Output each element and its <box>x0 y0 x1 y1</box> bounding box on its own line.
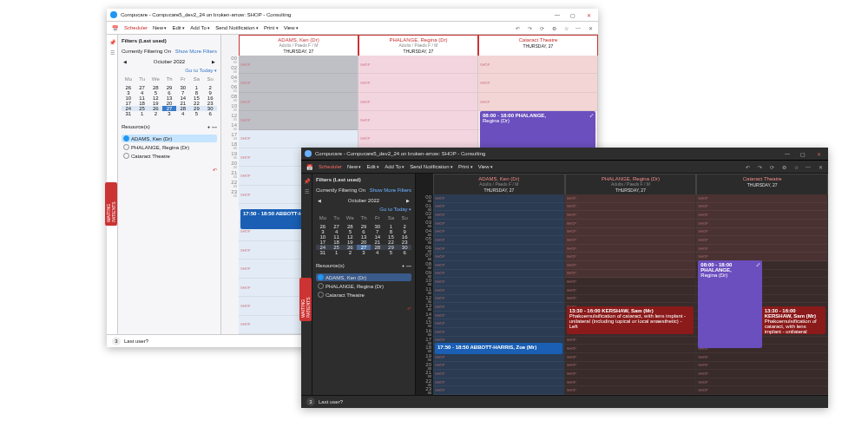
time-slot[interactable]: SHOP <box>239 56 358 74</box>
calendar-day[interactable]: 5 <box>190 111 204 116</box>
pin-icon[interactable]: ☆ <box>792 162 800 171</box>
menu-send-notification[interactable]: Send Notification <box>215 25 259 30</box>
resource-item[interactable]: PHALANGE, Regina (Dr) <box>122 143 217 151</box>
time-slot[interactable]: SHOP <box>565 337 696 345</box>
time-slot[interactable]: SHOP <box>696 211 827 220</box>
go-to-today-link[interactable]: Go to Today <box>185 68 217 73</box>
time-slot[interactable]: SHOP <box>433 312 564 320</box>
undo-icon[interactable]: ↶ <box>513 23 522 32</box>
expand-icon[interactable]: ⤢ <box>589 112 594 118</box>
time-slot[interactable]: SHOP <box>565 203 696 212</box>
menu-view[interactable]: View <box>284 25 299 30</box>
time-slot[interactable]: SHOP <box>696 370 827 378</box>
time-slot[interactable]: SHOP <box>433 228 564 237</box>
maximize-button[interactable]: ▢ <box>797 151 809 157</box>
time-slot[interactable]: SHOP <box>478 56 597 74</box>
time-slot[interactable]: SHOP <box>433 236 564 245</box>
menu-add-to[interactable]: Add To <box>385 164 404 169</box>
time-slot[interactable]: SHOP <box>696 245 827 253</box>
waiting-patients-tab[interactable]: WAITING PATIENTS <box>107 182 117 226</box>
time-slot[interactable]: SHOP <box>433 220 564 228</box>
appointment-abbott-harris[interactable]: 17:50 - 18:50 ABBOTT-HARRIS, Zoe (Mr) <box>435 343 562 354</box>
time-slot[interactable]: SHOP <box>696 220 827 228</box>
maximize-button[interactable]: ▢ <box>567 12 579 18</box>
time-slot[interactable]: SHOP <box>433 211 564 220</box>
rail-pin-icon[interactable]: 📌 <box>108 38 115 45</box>
time-slot[interactable]: SHOP <box>565 353 696 362</box>
menu-new[interactable]: New <box>347 164 361 169</box>
undo-icon[interactable]: ↶ <box>743 162 752 171</box>
time-slot[interactable]: SHOP <box>358 130 477 148</box>
time-slot[interactable]: SHOP <box>358 111 477 129</box>
menu-new[interactable]: New <box>153 25 167 30</box>
rail-filter-icon[interactable]: ☰ <box>108 49 115 56</box>
calendar-day[interactable]: 2 <box>148 111 162 116</box>
side-tab-strip[interactable]: WAITING PATIENTS <box>107 182 115 226</box>
menu-scheduler[interactable]: Scheduler <box>319 164 342 169</box>
calendar-day[interactable]: 4 <box>176 111 190 116</box>
appointment-kershaw-1[interactable]: 13:30 - 16:00 KERSHAW, Sam (Mr) Phakoemu… <box>567 306 694 334</box>
side-tab-strip[interactable]: WAITING PATIENTS <box>301 278 310 321</box>
time-slot[interactable]: SHOP <box>696 228 827 237</box>
time-slot[interactable]: SHOP <box>433 295 564 304</box>
menu-add-to[interactable]: Add To <box>190 25 210 30</box>
resource-item[interactable]: Cataract Theatre <box>122 152 217 160</box>
time-slot[interactable]: SHOP <box>696 236 827 245</box>
redo-icon[interactable]: ↷ <box>525 23 534 32</box>
column-header-3[interactable]: Cataract TheatreTHURSDAY, 27 <box>696 174 828 194</box>
column-header-3[interactable]: Cataract TheatreTHURSDAY, 27 <box>478 35 598 56</box>
time-slot[interactable]: SHOP <box>565 253 696 261</box>
lane-2[interactable]: SHOPSHOPSHOPSHOPSHOPSHOPSHOPSHOPSHOPSHOP… <box>565 194 697 395</box>
time-slot[interactable]: SHOP <box>433 261 564 270</box>
column-header-2[interactable]: PHALANGE, Regina (Dr)Adults / Paeds F / … <box>358 35 478 56</box>
scheduler-icon[interactable]: 📅 <box>305 162 313 171</box>
resource-item[interactable]: ADAMS, Ken (Dr) <box>316 273 411 281</box>
time-slot[interactable]: SHOP <box>433 253 564 261</box>
resource-item[interactable]: ADAMS, Ken (Dr) <box>122 135 217 142</box>
resource-item[interactable]: Cataract Theatre <box>316 291 411 299</box>
time-slot[interactable]: SHOP <box>696 194 827 203</box>
time-slot[interactable]: SHOP <box>696 362 827 371</box>
refresh-icon[interactable]: ⟳ <box>537 23 546 32</box>
status-badge[interactable]: 3 <box>112 337 121 345</box>
minimize-to-tray-icon[interactable]: — <box>574 23 582 32</box>
time-slot[interactable]: SHOP <box>565 345 696 353</box>
schedule-grid[interactable]: 0030013002300330043005300630073008300930… <box>416 194 828 395</box>
time-slot[interactable]: SHOP <box>433 286 564 295</box>
redo-icon[interactable]: ↷ <box>755 162 764 171</box>
time-slot[interactable]: SHOP <box>433 328 564 337</box>
time-slot[interactable]: SHOP <box>239 130 358 148</box>
time-slot[interactable]: SHOP <box>478 74 597 92</box>
time-slot[interactable]: SHOP <box>565 295 696 304</box>
menu-scheduler[interactable]: Scheduler <box>124 25 148 30</box>
time-slot[interactable]: SHOP <box>565 286 696 295</box>
go-to-today-link[interactable]: Go to Today <box>379 207 411 212</box>
menu-view[interactable]: View <box>478 164 493 169</box>
sidebar-undo-button[interactable]: ↶ <box>316 306 411 312</box>
time-slot[interactable]: SHOP <box>565 278 696 286</box>
minimize-button[interactable]: — <box>551 12 563 17</box>
time-slot[interactable]: SHOP <box>433 194 564 203</box>
settings-icon[interactable]: ⚙ <box>549 23 558 32</box>
time-slot[interactable]: SHOP <box>478 93 597 111</box>
time-slot[interactable]: SHOP <box>433 319 564 328</box>
time-slot[interactable]: SHOP <box>565 270 696 279</box>
menu-edit[interactable]: Edit <box>366 164 379 169</box>
time-slot[interactable]: SHOP <box>696 353 827 362</box>
rail-pin-icon[interactable]: 📌 <box>303 177 310 184</box>
resource-item[interactable]: PHALANGE, Regina (Dr) <box>316 282 411 290</box>
calendar-day[interactable]: 6 <box>203 111 217 116</box>
time-slot[interactable]: SHOP <box>696 378 827 387</box>
time-slot[interactable]: SHOP <box>239 93 358 111</box>
time-slot[interactable]: SHOP <box>433 203 564 212</box>
next-month-button[interactable]: ▶ <box>210 59 217 64</box>
calendar-day[interactable]: 31 <box>316 250 330 255</box>
close-tab-icon[interactable]: ✕ <box>816 162 825 171</box>
menu-print[interactable]: Print <box>458 164 473 169</box>
time-slot[interactable]: SHOP <box>565 228 696 237</box>
close-button[interactable]: ✕ <box>812 151 825 157</box>
rail-filter-icon[interactable]: ☰ <box>303 187 310 194</box>
time-slot[interactable]: SHOP <box>433 270 564 279</box>
time-slot[interactable]: SHOP <box>565 236 696 245</box>
time-slot[interactable]: SHOP <box>433 278 564 286</box>
